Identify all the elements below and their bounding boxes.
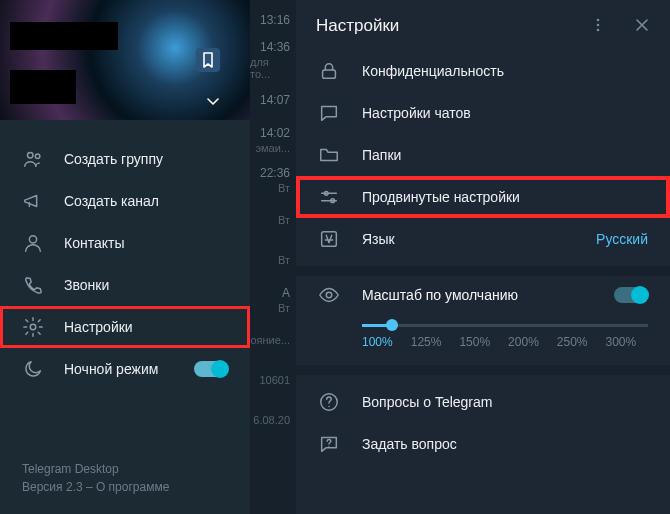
- settings-panel: Настройки Конфиденциальность Настройки ч…: [296, 0, 670, 514]
- sidebar: Создать группу Создать канал Контакты Зв…: [0, 0, 250, 514]
- chat-icon: [318, 102, 340, 124]
- language-value: Русский: [596, 231, 648, 247]
- gear-icon: [22, 316, 44, 338]
- bookmark-button[interactable]: [196, 48, 220, 72]
- scale-option[interactable]: 150%: [459, 335, 490, 349]
- chevron-down-icon: [204, 92, 222, 110]
- settings-item-language[interactable]: Язык Русский: [296, 218, 670, 260]
- user-icon: [22, 232, 44, 254]
- svg-point-4: [597, 18, 600, 21]
- chat-row[interactable]: АВт: [250, 280, 296, 320]
- folder-icon: [318, 144, 340, 166]
- more-button[interactable]: [590, 17, 606, 36]
- close-icon: [634, 17, 650, 33]
- menu-label: Создать группу: [64, 151, 163, 167]
- menu-night-mode[interactable]: Ночной режим: [0, 348, 250, 390]
- sidebar-footer: Telegram Desktop Версия 2.3 – О программ…: [0, 460, 250, 514]
- app-version[interactable]: Версия 2.3 – О программе: [22, 478, 228, 496]
- slider-knob[interactable]: [386, 319, 398, 331]
- help-icon: [318, 391, 340, 413]
- scale-section: Масштаб по умолчанию 100% 125% 150% 200%…: [296, 276, 670, 365]
- lock-icon: [318, 60, 340, 82]
- menu-new-group[interactable]: Создать группу: [0, 138, 250, 180]
- settings-item-label: Вопросы о Telegram: [362, 394, 492, 410]
- scale-option[interactable]: 100%: [362, 335, 393, 349]
- settings-item-label: Конфиденциальность: [362, 63, 504, 79]
- close-button[interactable]: [634, 17, 650, 36]
- eye-icon: [318, 284, 340, 306]
- chat-row[interactable]: Вт: [250, 200, 296, 240]
- svg-point-1: [35, 154, 40, 159]
- menu-label: Звонки: [64, 277, 109, 293]
- settings-item-label: Продвинутые настройки: [362, 189, 520, 205]
- separator: [296, 266, 670, 276]
- settings-item-label: Язык: [362, 231, 395, 247]
- sliders-icon: [318, 186, 340, 208]
- chat-row[interactable]: 6.08.20: [250, 400, 296, 440]
- menu-settings[interactable]: Настройки: [0, 306, 250, 348]
- svg-point-2: [29, 236, 36, 243]
- group-icon: [22, 148, 44, 170]
- svg-point-11: [326, 292, 332, 298]
- expand-button[interactable]: [204, 92, 222, 113]
- scale-option[interactable]: 200%: [508, 335, 539, 349]
- moon-icon: [22, 358, 44, 380]
- chat-row[interactable]: 14:07: [250, 80, 296, 120]
- megaphone-icon: [22, 190, 44, 212]
- svg-rect-10: [322, 232, 337, 247]
- chat-list-peek: 13:16 14:36для то... 14:07 14:02эмаи... …: [250, 0, 296, 514]
- menu-label: Ночной режим: [64, 361, 158, 377]
- svg-point-0: [28, 153, 34, 159]
- chat-row[interactable]: Вт: [250, 240, 296, 280]
- scale-option[interactable]: 300%: [606, 335, 637, 349]
- phone-icon: [22, 274, 44, 296]
- settings-item-label: Папки: [362, 147, 401, 163]
- svg-point-3: [30, 324, 36, 330]
- settings-item-label: Настройки чатов: [362, 105, 471, 121]
- chat-row[interactable]: ояние...: [250, 320, 296, 360]
- more-vertical-icon: [590, 17, 606, 33]
- svg-point-14: [328, 446, 329, 447]
- separator: [296, 365, 670, 375]
- settings-item-ask[interactable]: Задать вопрос: [296, 423, 670, 465]
- settings-title: Настройки: [316, 16, 399, 36]
- profile-cover: [0, 0, 250, 120]
- menu-new-channel[interactable]: Создать канал: [0, 180, 250, 222]
- scale-label: Масштаб по умолчанию: [362, 287, 518, 303]
- settings-item-advanced[interactable]: Продвинутые настройки: [296, 176, 670, 218]
- scale-option[interactable]: 250%: [557, 335, 588, 349]
- menu-label: Создать канал: [64, 193, 159, 209]
- night-mode-toggle[interactable]: [194, 361, 228, 377]
- scale-slider[interactable]: [362, 324, 648, 327]
- chat-row[interactable]: 22:36Вт: [250, 160, 296, 200]
- chat-row[interactable]: 14:02эмаи...: [250, 120, 296, 160]
- settings-item-privacy[interactable]: Конфиденциальность: [296, 50, 670, 92]
- svg-point-13: [328, 406, 329, 407]
- menu-contacts[interactable]: Контакты: [0, 222, 250, 264]
- scale-option[interactable]: 125%: [411, 335, 442, 349]
- question-chat-icon: [318, 433, 340, 455]
- menu-label: Настройки: [64, 319, 133, 335]
- chat-row[interactable]: 10601: [250, 360, 296, 400]
- menu-calls[interactable]: Звонки: [0, 264, 250, 306]
- bookmark-icon: [201, 52, 215, 68]
- svg-rect-7: [323, 70, 336, 78]
- settings-item-label: Задать вопрос: [362, 436, 457, 452]
- default-scale-toggle[interactable]: [614, 287, 648, 303]
- settings-list: Конфиденциальность Настройки чатов Папки…: [296, 44, 670, 266]
- app-name: Telegram Desktop: [22, 460, 228, 478]
- scale-options: 100% 125% 150% 200% 250% 300%: [362, 335, 648, 349]
- chat-row[interactable]: 13:16: [250, 0, 296, 40]
- settings-item-chat[interactable]: Настройки чатов: [296, 92, 670, 134]
- settings-item-faq[interactable]: Вопросы о Telegram: [296, 381, 670, 423]
- main-menu: Создать группу Создать канал Контакты Зв…: [0, 120, 250, 390]
- settings-item-folders[interactable]: Папки: [296, 134, 670, 176]
- menu-label: Контакты: [64, 235, 124, 251]
- settings-header: Настройки: [296, 0, 670, 44]
- svg-point-5: [597, 23, 600, 26]
- language-icon: [318, 228, 340, 250]
- svg-point-6: [597, 28, 600, 31]
- chat-row[interactable]: 14:36для то...: [250, 40, 296, 80]
